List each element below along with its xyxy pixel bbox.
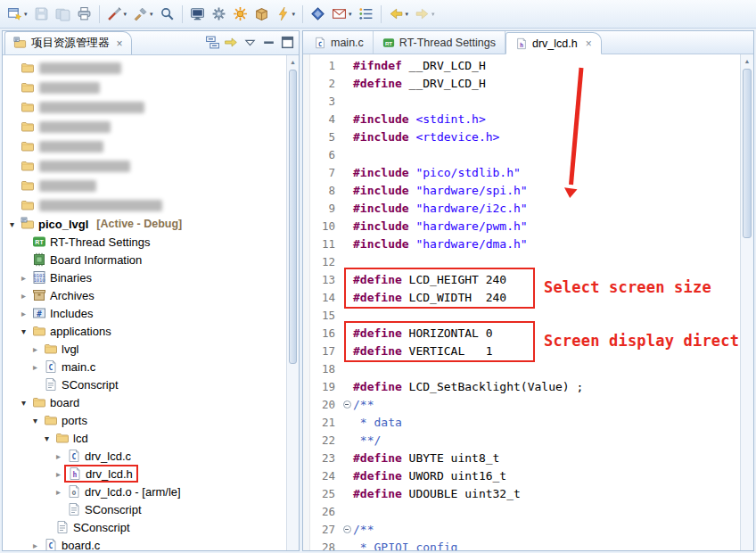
minimize-icon[interactable] [261,35,276,50]
run-configuration-button[interactable] [230,4,251,25]
tree-item-sconscript[interactable]: SConscript [3,518,299,536]
dropdown-arrow-icon[interactable]: ▾ [124,11,127,18]
tree-item-drv-lcd-o-arm-le[interactable]: ▸odrv_lcd.o - [arm/le] [3,483,299,500]
view-menu-icon[interactable] [242,35,258,50]
tree-item-sconscript[interactable]: SConscript [3,376,299,393]
back-button[interactable]: ▾ [386,4,412,25]
tree-item-archives[interactable]: ▸Archives [3,286,299,304]
code-line-19[interactable]: 19#define LCD_SetBacklight(Value) ; [310,377,740,395]
search-button[interactable] [157,4,177,25]
debug-configuration-button[interactable] [209,4,229,25]
code-line-9[interactable]: 9#include "hardware/i2c.h" [310,199,740,217]
redacted-project-row[interactable] [3,156,299,176]
code-line-8[interactable]: 8#include "hardware/spi.h" [310,181,740,199]
explorer-scrollbar[interactable]: ▲ [286,55,299,550]
dropdown-arrow-icon[interactable]: ▾ [431,11,435,18]
expander-exp-icon[interactable]: ▾ [18,398,29,408]
code-line-18[interactable]: 18 [310,359,740,377]
save-all-button[interactable] [53,4,73,25]
fold-marker-icon[interactable] [341,525,353,533]
code-line-20[interactable]: 20/** [310,395,740,413]
code-line-5[interactable]: 5#include <rtdevice.h> [310,128,740,145]
redacted-project-row[interactable] [3,195,299,215]
editor-scrollbar[interactable]: ▲ [740,54,753,550]
dropdown-arrow-icon[interactable]: ▾ [150,11,153,18]
link-with-editor-icon[interactable] [224,35,239,50]
scrollbar-thumb[interactable] [289,70,297,364]
tree-item-ports[interactable]: ▾ports [3,411,299,429]
redacted-project-row[interactable] [3,97,299,117]
new-wizard-button[interactable]: ▾ [4,4,30,25]
collapse-all-icon[interactable] [205,35,220,50]
download-program-button[interactable]: ▾ [273,4,299,25]
code-line-1[interactable]: 1#ifndef __DRV_LCD_H [310,56,740,74]
dropdown-arrow-icon[interactable]: ▾ [406,11,409,18]
code-line-3[interactable]: 3 [310,92,740,110]
fold-marker-icon[interactable] [341,400,353,409]
tree-item-board-c[interactable]: ▸Cboard.c [3,536,299,550]
code-line-4[interactable]: 4#include <stdint.h> [310,110,740,128]
rt-thread-home-button[interactable] [308,4,328,25]
outline-view-button[interactable] [356,4,376,25]
expander-col-icon[interactable]: ▸ [53,469,64,479]
tree-item-drv-lcd-h[interactable]: ▸hdrv_lcd.h [3,465,299,483]
expander-exp-icon[interactable]: ▾ [6,219,18,229]
code-line-21[interactable]: 21 * data [310,413,740,431]
tree-item-lcd[interactable]: ▾lcd [3,429,299,447]
tree-item-applications[interactable]: ▾applications [3,322,299,340]
tree-item-main-c[interactable]: ▸Cmain.c [3,358,299,376]
code-line-12[interactable]: 12 [310,252,740,270]
expander-col-icon[interactable]: ▸ [18,309,29,318]
code-line-28[interactable]: 28 * GPIOI config [310,538,740,550]
redacted-project-row[interactable] [3,78,299,97]
tree-item-board[interactable]: ▾board [3,393,299,411]
code-line-22[interactable]: 22 **/ [310,431,740,449]
code-line-10[interactable]: 10#include "hardware/pwm.h" [310,217,740,235]
tree-item-pico-lvgl[interactable]: ▾pico_lvgl[Active - Debug] [3,215,299,233]
explorer-view-tab[interactable]: 项目资源管理器 × [4,31,132,54]
expander-col-icon[interactable]: ▸ [29,344,41,354]
dropdown-arrow-icon[interactable]: ▾ [349,11,352,18]
build-project-button[interactable]: ▾ [130,4,156,25]
dropdown-arrow-icon[interactable]: ▾ [292,11,296,18]
open-terminal-button[interactable] [187,4,208,25]
maximize-icon[interactable] [280,35,295,50]
code-line-11[interactable]: 11#include "hardware/dma.h" [310,235,740,252]
redacted-project-row[interactable] [3,136,299,156]
expander-exp-icon[interactable]: ▾ [41,433,53,443]
close-view-icon[interactable]: × [117,37,123,50]
sdk-manager-button[interactable] [251,4,272,25]
tree-item-board-information[interactable]: Board Information [3,251,299,268]
expander-col-icon[interactable]: ▸ [29,541,41,550]
print-button[interactable] [74,4,94,25]
forward-button[interactable]: ▾ [412,4,438,25]
tree-item-lvgl[interactable]: ▸lvgl [3,340,299,358]
redacted-project-row[interactable] [3,176,299,195]
code-line-24[interactable]: 24#define UWORD uint16_t [310,466,740,484]
save-button[interactable] [31,4,52,25]
redacted-project-row[interactable] [3,117,299,136]
tree-item-binaries[interactable]: ▸01011010Binaries [3,268,299,286]
tree-item-includes[interactable]: ▸#Includes [3,304,299,322]
code-line-26[interactable]: 26 [310,502,740,520]
scroll-up-icon[interactable]: ▲ [741,54,753,67]
editor-tab-main-c[interactable]: Cmain.c [305,31,374,54]
code-line-25[interactable]: 25#define UDOUBLE uint32_t [310,484,740,502]
expander-col-icon[interactable]: ▸ [18,273,29,283]
tab-close-icon[interactable]: × [586,37,592,50]
dropdown-arrow-icon[interactable]: ▾ [24,11,28,18]
expander-col-icon[interactable]: ▸ [29,362,41,372]
code-line-2[interactable]: 2#define __DRV_LCD_H [310,74,740,92]
editor-tab-rt-thread-settings[interactable]: RTRT-Thread Settings [374,31,505,54]
code-line-15[interactable]: 15 [310,306,740,324]
expander-col-icon[interactable]: ▸ [18,291,29,301]
code-line-6[interactable]: 6 [310,145,740,163]
scroll-up-icon[interactable]: ▲ [287,55,299,68]
editor-tab-drv-lcd-h[interactable]: hdrv_lcd.h× [505,32,602,54]
expander-exp-icon[interactable]: ▾ [29,416,41,425]
code-editor[interactable]: 1#ifndef __DRV_LCD_H2#define __DRV_LCD_H… [310,54,740,550]
scrollbar-thumb[interactable] [743,69,752,238]
code-line-7[interactable]: 7#include "pico/stdlib.h" [310,163,740,181]
code-line-27[interactable]: 27/** [310,520,740,538]
code-line-23[interactable]: 23#define UBYTE uint8_t [310,449,740,466]
